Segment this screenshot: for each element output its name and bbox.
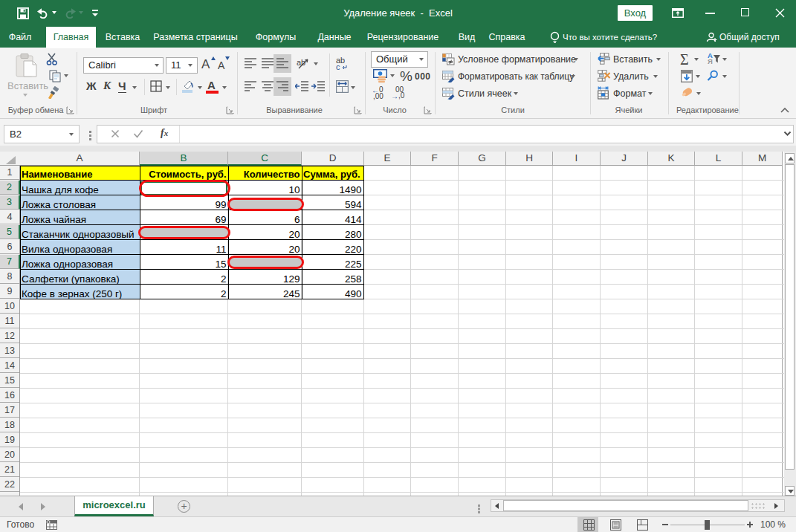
svg-text:c: c	[336, 62, 340, 71]
